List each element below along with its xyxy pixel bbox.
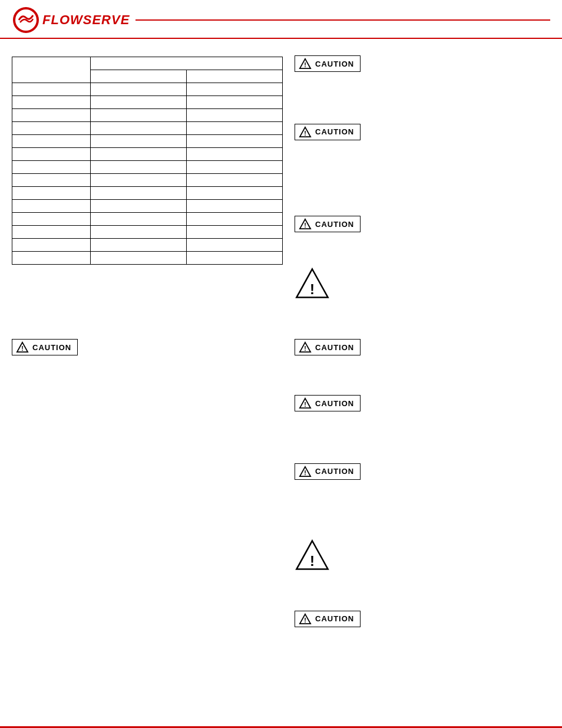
caution-badge-3: ! CAUTION [295,216,361,232]
table-row [12,187,283,200]
table-cell [12,226,91,239]
table-cell [90,57,282,70]
right-section-2: ! CAUTION [295,119,550,206]
left-text-block-2 [12,289,283,299]
right-section-3: ! CAUTION ! [295,211,550,328]
main-content: ! CAUTION ! [0,39,562,686]
table-cell [90,213,186,226]
table-row [12,213,283,226]
svg-text:!: ! [310,281,315,297]
caution-label-6: CAUTION [315,467,354,476]
left-text-block-18 [12,518,283,528]
right-text-3a [295,237,550,247]
caution-triangle-icon-6: ! [299,466,312,477]
right-text-6f [295,588,550,598]
left-column: ! CAUTION [12,51,283,674]
right-text-4b [295,373,550,383]
caution-triangle-icon-5: ! [299,397,312,409]
right-text-5b [295,429,550,439]
table-cell [12,187,91,200]
table-row [12,83,283,96]
table-cell [90,148,186,161]
right-text-2b [295,157,550,167]
left-text-block-8 [12,397,283,407]
table-cell [12,252,91,265]
table-cell [12,161,91,174]
table-row [12,200,283,213]
table-cell [90,161,186,174]
caution-badge-4: ! CAUTION [295,339,361,355]
left-text-block-9 [12,409,283,419]
data-table [12,57,283,265]
table-cell [12,109,91,122]
left-text-block-4 [12,313,283,323]
table-cell [12,122,91,135]
left-text-block-6 [12,373,283,383]
right-text-1c [295,101,550,111]
right-text-1b [295,89,550,99]
table-cell [90,83,186,96]
right-text-3c [295,304,550,314]
right-text-6e [295,576,550,586]
table-row [12,239,283,252]
right-text-5c [295,440,550,450]
right-section-5: ! CAUTION [295,390,550,453]
right-text-6d [295,521,550,531]
table-cell [90,135,186,148]
table-cell [12,239,91,252]
table-row [12,226,283,239]
right-text-3d [295,317,550,327]
svg-text:!: ! [304,130,306,137]
svg-text:!: ! [304,61,306,68]
table-cell [90,70,186,83]
table-row [12,252,283,265]
table-cell [90,122,186,135]
left-text-block-15 [12,481,283,491]
caution-label-7: CAUTION [315,614,354,623]
caution-triangle-icon-7: ! [299,613,312,625]
logo: FLOWSERVE [12,6,130,34]
right-text-1a [295,77,550,87]
table-cell [12,213,91,226]
right-section-6: ! CAUTION ! [295,459,550,600]
left-text-block-12 [12,445,283,455]
left-text-block-16 [12,493,283,503]
svg-text:!: ! [304,401,306,408]
right-text-6a [295,485,550,495]
left-text-block-19 [12,529,283,539]
left-text-block-11 [12,433,283,443]
table-cell [12,83,91,96]
caution-label-2: CAUTION [315,127,354,136]
svg-text:!: ! [304,469,306,476]
right-text-2a [295,145,550,155]
svg-text:!: ! [21,345,24,352]
table-cell [186,161,282,174]
table-cell [90,174,186,187]
caution-badge-7: ! CAUTION [295,611,361,627]
table-cell [186,148,282,161]
table-cell [90,200,186,213]
table-cell [186,239,282,252]
svg-text:!: ! [304,617,306,624]
table-cell [186,174,282,187]
right-text-6b [295,496,550,506]
table-cell [12,96,91,109]
table-cell [90,252,186,265]
right-column: ! CAUTION ! CAUTION [295,51,550,674]
table-cell [90,109,186,122]
caution-badge-1: ! CAUTION [295,55,361,72]
right-text-7a [295,632,550,642]
table-cell [12,174,91,187]
left-text-block-13 [12,457,283,467]
table-row [12,148,283,161]
left-text-block-1 [12,276,283,286]
table-cell [186,135,282,148]
caution-triangle-icon-3: ! [299,218,312,230]
table-cell [186,83,282,96]
right-text-7c [295,656,550,666]
page-header: FLOWSERVE [0,0,562,39]
table-row [12,174,283,187]
table-cell [90,187,186,200]
caution-badge-6: ! CAUTION [295,463,361,480]
left-caution-badge: ! CAUTION [12,339,78,355]
